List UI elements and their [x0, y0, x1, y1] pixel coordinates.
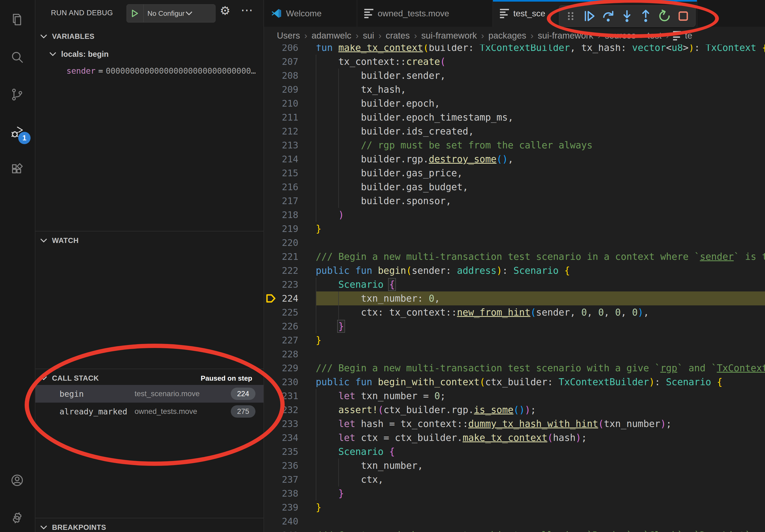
line-number[interactable]: 214: [278, 154, 298, 164]
code-line[interactable]: 215 builder.gas_price,: [264, 166, 765, 180]
line-number[interactable]: 232: [278, 404, 298, 415]
line-number[interactable]: 228: [278, 349, 298, 360]
code-line[interactable]: 239 }: [264, 500, 765, 514]
variables-section-header[interactable]: VARIABLES: [35, 29, 264, 44]
code-line[interactable]: 216 builder.gas_budget,: [264, 180, 765, 194]
line-number[interactable]: 233: [278, 418, 298, 429]
activitybar-item-account[interactable]: [0, 466, 34, 496]
code-line[interactable]: 228: [264, 347, 765, 361]
breadcrumb-file[interactable]: te: [673, 31, 692, 41]
code-line[interactable]: 225 ctx: tx_context::new_from_hint(sende…: [264, 305, 765, 319]
code-line[interactable]: 208 builder.sender,: [264, 69, 765, 83]
call-stack-frame[interactable]: already_marked owned_tests.move 275: [35, 402, 264, 420]
line-number[interactable]: 239: [278, 502, 298, 513]
line-number[interactable]: 235: [278, 446, 298, 457]
line-number[interactable]: 237: [278, 474, 298, 485]
variable-row[interactable]: sender = 000000000000000000000000000000…: [35, 64, 264, 78]
breadcrumb-item[interactable]: sources: [605, 31, 636, 41]
code-line[interactable]: 229 /// Begin a new multi-transaction te…: [264, 361, 765, 375]
step-out-icon[interactable]: [636, 7, 655, 25]
gear-icon[interactable]: ⚙: [220, 4, 230, 17]
breadcrumb-item[interactable]: test: [647, 31, 661, 41]
code-line[interactable]: 230 public fun begin_with_context(ctx_bu…: [264, 375, 765, 389]
gutter-marker[interactable]: [264, 293, 278, 304]
line-number[interactable]: 224: [278, 293, 298, 304]
code-line[interactable]: 210 builder.epoch,: [264, 97, 765, 111]
code-line[interactable]: 233 let hash = tx_context::dummy_tx_hash…: [264, 417, 765, 431]
code-line[interactable]: 222 public fun begin(sender: address): S…: [264, 264, 765, 278]
breadcrumb-item[interactable]: packages: [488, 31, 526, 41]
line-number[interactable]: 231: [278, 391, 298, 401]
code-line[interactable]: 231 let txn_number = 0;: [264, 389, 765, 403]
code-line[interactable]: 206 fun make_tx_context(builder: TxConte…: [264, 45, 765, 55]
line-number[interactable]: 234: [278, 432, 298, 443]
line-number[interactable]: 227: [278, 335, 298, 346]
code-line[interactable]: 224 txn_number: 0,: [264, 291, 765, 305]
debug-config-dropdown[interactable]: No Configur: [127, 4, 216, 23]
code-line[interactable]: 238 }: [264, 486, 765, 500]
activitybar-item-source-control[interactable]: [0, 80, 34, 110]
line-number[interactable]: 222: [278, 265, 298, 276]
code-line[interactable]: 232 assert!(ctx_builder.rgp.is_some());: [264, 403, 765, 417]
line-number[interactable]: 241: [278, 530, 298, 532]
breadcrumb-item[interactable]: sui-framework: [421, 31, 477, 41]
activitybar-item-settings[interactable]: [0, 504, 34, 532]
breadcrumb-item[interactable]: sui-framework: [538, 31, 593, 41]
variables-scope-row[interactable]: locals: begin: [35, 47, 264, 61]
more-actions-icon[interactable]: ⋯: [241, 3, 253, 17]
breadcrumb[interactable]: Users›adamwelc›sui›crates›sui-framework›…: [264, 27, 765, 45]
code-line[interactable]: 219 }: [264, 222, 765, 236]
code-line[interactable]: 227 }: [264, 333, 765, 347]
line-number[interactable]: 213: [278, 140, 298, 150]
line-number[interactable]: 221: [278, 251, 298, 262]
activitybar-item-run-and-debug[interactable]: 1: [0, 118, 34, 147]
line-number[interactable]: 216: [278, 182, 298, 192]
activitybar-item-extensions[interactable]: [0, 155, 34, 185]
line-number[interactable]: 208: [278, 70, 298, 81]
step-into-icon[interactable]: [618, 7, 636, 25]
code-line[interactable]: 221 /// Begin a new multi-transaction te…: [264, 250, 765, 264]
breakpoints-section-header[interactable]: BREAKPOINTS: [35, 520, 264, 532]
line-number[interactable]: 212: [278, 126, 298, 136]
line-number[interactable]: 238: [278, 488, 298, 499]
line-number[interactable]: 210: [278, 98, 298, 109]
code-line[interactable]: 211 builder.epoch_timestamp_ms,: [264, 111, 765, 124]
activitybar-item-search[interactable]: [0, 43, 34, 72]
code-line[interactable]: 214 builder.rgp.destroy_some(),: [264, 152, 765, 166]
call-stack-section-header[interactable]: CALL STACK Paused on step: [35, 371, 264, 386]
line-number[interactable]: 240: [278, 516, 298, 527]
code-line[interactable]: 240: [264, 514, 765, 528]
activitybar-item-explorer[interactable]: [0, 5, 34, 35]
line-number[interactable]: 209: [278, 84, 298, 95]
code-line[interactable]: 209 tx_hash,: [264, 83, 765, 97]
continue-icon[interactable]: [580, 7, 599, 25]
code-line[interactable]: 236 txn_number,: [264, 459, 765, 472]
step-over-icon[interactable]: [599, 7, 618, 25]
line-number[interactable]: 236: [278, 460, 298, 471]
code-line[interactable]: 212 builder.ids_created,: [264, 124, 765, 138]
code-line[interactable]: 237 ctx,: [264, 472, 765, 486]
code-line[interactable]: 223 Scenario {: [264, 278, 765, 291]
line-number[interactable]: 225: [278, 307, 298, 318]
start-debugging-icon[interactable]: [127, 5, 144, 22]
breadcrumb-item[interactable]: crates: [386, 31, 410, 41]
code-line[interactable]: 207 tx_context::create(: [264, 55, 765, 69]
code-line[interactable]: 218 ): [264, 208, 765, 222]
restart-icon[interactable]: [655, 7, 674, 25]
line-number[interactable]: 220: [278, 237, 298, 248]
line-number[interactable]: 206: [278, 45, 298, 53]
tab-welcome[interactable]: Welcome: [264, 0, 357, 27]
code-line[interactable]: 234 let ctx = ctx_builder.make_tx_contex…: [264, 431, 765, 445]
line-number[interactable]: 217: [278, 195, 298, 206]
breadcrumb-item[interactable]: Users: [277, 31, 300, 41]
code-line[interactable]: 217 builder.sponsor,: [264, 194, 765, 208]
code-line[interactable]: 220: [264, 236, 765, 250]
breadcrumb-item[interactable]: sui: [363, 31, 374, 41]
line-number[interactable]: 211: [278, 112, 298, 123]
line-number[interactable]: 215: [278, 168, 298, 178]
code-line[interactable]: 213 // rgp must be set from the caller a…: [264, 138, 765, 152]
code-editor[interactable]: 206 fun make_tx_context(builder: TxConte…: [264, 45, 765, 532]
tab-owned-tests-move[interactable]: owned_tests.move: [357, 0, 493, 27]
watch-section-header[interactable]: WATCH: [35, 233, 264, 248]
line-number[interactable]: 230: [278, 377, 298, 387]
